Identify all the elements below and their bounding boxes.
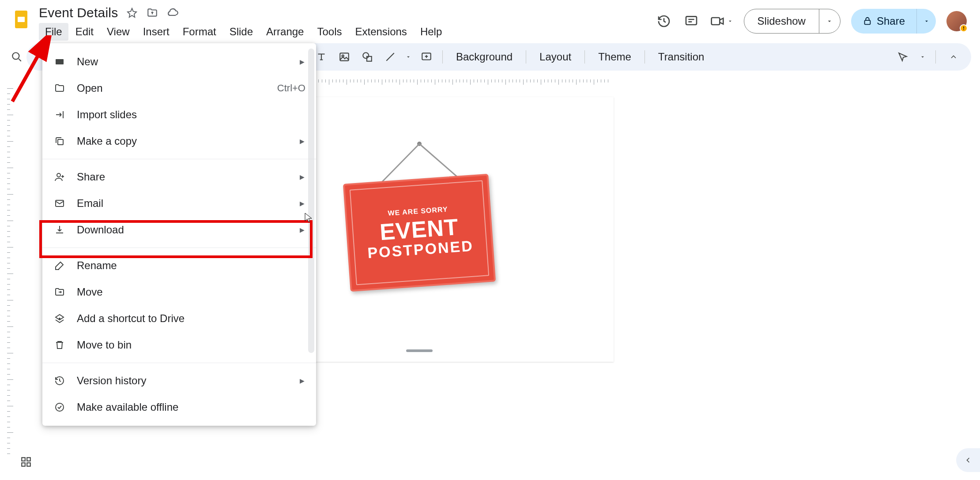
pointer-dropdown-icon[interactable] xyxy=(918,47,927,67)
theme-button[interactable]: Theme xyxy=(591,47,638,67)
submenu-arrow-icon: ▶ xyxy=(300,138,305,145)
svg-point-8 xyxy=(363,52,369,58)
menu-help[interactable]: Help xyxy=(414,23,448,41)
slideshow-dropdown[interactable] xyxy=(819,9,840,33)
document-title[interactable]: Event Details xyxy=(39,5,118,20)
menu-file[interactable]: File xyxy=(39,23,68,41)
move-icon xyxy=(53,285,66,299)
file-dropdown-menu: New ▶ Open Ctrl+O Import slides Make a c… xyxy=(42,43,316,426)
menu-extensions[interactable]: Extensions xyxy=(349,23,413,41)
history-icon[interactable] xyxy=(656,13,672,30)
menu-view[interactable]: View xyxy=(101,23,136,41)
hide-menus-icon[interactable] xyxy=(944,47,963,67)
sign-line3: POSTPONED xyxy=(367,237,474,262)
pointer-mode-icon[interactable] xyxy=(893,47,912,67)
search-menus-icon[interactable] xyxy=(7,47,26,67)
mail-icon xyxy=(53,197,66,210)
menubar: File Edit View Insert Format Slide Arran… xyxy=(39,23,448,41)
person-add-icon xyxy=(53,170,66,184)
menu-item-add-shortcut[interactable]: Add a shortcut to Drive xyxy=(42,305,316,332)
cloud-status-icon[interactable] xyxy=(166,7,179,19)
menu-item-version-history[interactable]: Version history ▶ xyxy=(42,368,316,394)
folder-icon xyxy=(53,82,66,95)
menu-format[interactable]: Format xyxy=(177,23,222,41)
rename-icon xyxy=(53,259,66,272)
header-right: Slideshow Share ! xyxy=(656,4,971,34)
comments-icon[interactable] xyxy=(683,13,700,30)
comment-add-icon[interactable] xyxy=(417,47,436,67)
line-dropdown-icon[interactable] xyxy=(403,47,413,67)
svg-rect-22 xyxy=(22,463,25,466)
menu-slide[interactable]: Slide xyxy=(223,23,259,41)
menu-divider xyxy=(42,248,316,248)
menu-item-move[interactable]: Move xyxy=(42,279,316,305)
speaker-notes-handle[interactable] xyxy=(406,349,433,352)
sign-plate: WE ARE SORRY EVENT POSTPONED xyxy=(343,174,496,292)
svg-point-18 xyxy=(56,403,64,411)
svg-rect-1 xyxy=(18,17,25,22)
svg-rect-14 xyxy=(56,59,64,64)
toolbar-divider xyxy=(584,50,585,64)
account-avatar[interactable]: ! xyxy=(946,11,967,31)
explore-tab-icon[interactable] xyxy=(956,448,980,472)
share-dropdown[interactable] xyxy=(916,9,936,34)
menu-item-label: Email xyxy=(77,197,103,210)
menu-item-label: New xyxy=(77,56,98,68)
line-icon[interactable] xyxy=(381,47,400,67)
menu-item-label: Import slides xyxy=(77,109,137,121)
menu-item-offline[interactable]: Make available offline xyxy=(42,394,316,420)
menu-item-new[interactable]: New ▶ xyxy=(42,49,316,75)
trash-icon xyxy=(53,338,66,352)
slideshow-main[interactable]: Slideshow xyxy=(744,15,819,27)
share-label: Share xyxy=(877,15,905,27)
menu-item-email[interactable]: Email ▶ xyxy=(42,190,316,217)
slides-logo[interactable] xyxy=(9,7,34,32)
svg-rect-2 xyxy=(686,16,697,25)
menu-insert[interactable]: Insert xyxy=(137,23,176,41)
svg-rect-15 xyxy=(58,139,63,145)
menu-item-move-to-bin[interactable]: Move to bin xyxy=(42,332,316,358)
svg-point-16 xyxy=(57,173,60,177)
menu-item-share[interactable]: Share ▶ xyxy=(42,164,316,190)
transition-button[interactable]: Transition xyxy=(651,47,711,67)
move-to-folder-icon[interactable] xyxy=(146,7,158,19)
menu-item-rename[interactable]: Rename xyxy=(42,252,316,279)
layout-button[interactable]: Layout xyxy=(532,47,578,67)
submenu-arrow-icon: ▶ xyxy=(300,226,305,233)
menu-item-import-slides[interactable]: Import slides xyxy=(42,101,316,128)
menu-item-make-copy[interactable]: Make a copy ▶ xyxy=(42,128,316,154)
menu-item-label: Make available offline xyxy=(77,401,178,413)
svg-rect-4 xyxy=(865,20,871,24)
menu-item-label: Download xyxy=(77,224,124,236)
toolbar-divider xyxy=(935,50,936,64)
header: Event Details File Edit View Insert Form… xyxy=(0,0,980,43)
menu-edit[interactable]: Edit xyxy=(69,23,100,41)
menu-item-label: Add a shortcut to Drive xyxy=(77,312,185,325)
video-call-button[interactable] xyxy=(710,14,733,28)
background-button[interactable]: Background xyxy=(449,47,520,67)
title-area: Event Details File Edit View Insert Form… xyxy=(39,4,448,41)
offline-icon xyxy=(53,401,66,414)
menu-item-label: Move to bin xyxy=(77,339,132,351)
menu-item-label: Open xyxy=(77,82,103,94)
submenu-arrow-icon: ▶ xyxy=(300,173,305,180)
menu-divider xyxy=(42,159,316,159)
svg-rect-6 xyxy=(340,53,349,60)
cursor-icon xyxy=(305,213,313,223)
share-main[interactable]: Share xyxy=(851,15,916,27)
menu-item-open[interactable]: Open Ctrl+O xyxy=(42,75,316,101)
star-icon[interactable] xyxy=(126,7,138,19)
menu-arrange[interactable]: Arrange xyxy=(260,23,310,41)
shape-icon[interactable] xyxy=(358,47,377,67)
image-icon[interactable] xyxy=(335,47,354,67)
menu-tools[interactable]: Tools xyxy=(311,23,348,41)
download-icon xyxy=(53,223,66,236)
svg-rect-3 xyxy=(711,18,720,25)
import-icon xyxy=(53,108,66,121)
submenu-arrow-icon: ▶ xyxy=(300,58,305,65)
menu-item-download[interactable]: Download ▶ xyxy=(42,217,316,243)
share-button: Share xyxy=(851,9,936,34)
avatar-badge: ! xyxy=(960,24,968,32)
grid-view-icon[interactable] xyxy=(16,452,36,472)
shortcut-icon xyxy=(53,312,66,325)
